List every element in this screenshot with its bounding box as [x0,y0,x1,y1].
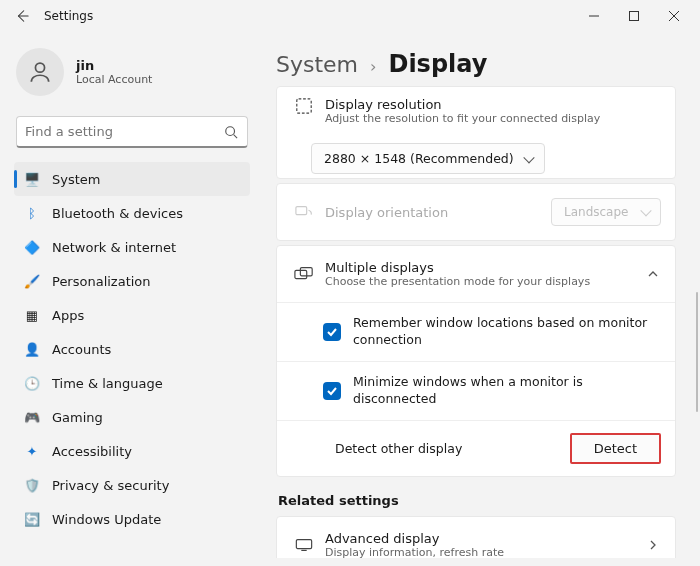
time-icon: 🕒 [24,375,40,391]
nav-bluetooth[interactable]: ᛒBluetooth & devices [14,196,250,230]
close-button[interactable] [654,0,694,32]
multiple-displays-title: Multiple displays [325,260,637,275]
back-button[interactable] [6,0,38,32]
multiple-displays-sub: Choose the presentation mode for your di… [325,275,637,288]
window-title: Settings [44,9,93,23]
resolution-sub: Adjust the resolution to fit your connec… [325,112,661,125]
nav-privacy[interactable]: 🛡️Privacy & security [14,468,250,502]
nav-label: Bluetooth & devices [52,206,183,221]
nav-label: Gaming [52,410,103,425]
orientation-title: Display orientation [325,205,551,220]
advanced-title: Advanced display [325,531,645,546]
svg-rect-11 [296,539,311,548]
profile-block[interactable]: jin Local Account [14,44,250,110]
nav-apps[interactable]: ▦Apps [14,298,250,332]
multiple-displays-card: Multiple displays Choose the presentatio… [276,245,676,477]
update-icon: 🔄 [24,511,40,527]
advanced-sub: Display information, refresh rate [325,546,645,559]
nav-system[interactable]: 🖥️System [14,162,250,196]
search-icon [223,124,239,140]
detect-label: Detect other display [335,441,570,456]
nav-accessibility[interactable]: ✦Accessibility [14,434,250,468]
nav-update[interactable]: 🔄Windows Update [14,502,250,536]
nav-label: Accounts [52,342,111,357]
svg-point-4 [35,63,44,72]
nav-label: Network & internet [52,240,176,255]
remember-checkbox[interactable] [323,323,341,341]
nav-label: System [52,172,100,187]
resolution-icon [291,97,317,115]
orientation-card: Display orientation Landscape [276,183,676,241]
accessibility-icon: ✦ [24,443,40,459]
search-input[interactable] [25,124,223,139]
breadcrumb-current: Display [388,50,487,78]
system-icon: 🖥️ [24,171,40,187]
remember-label: Remember window locations based on monit… [353,315,661,349]
minimize-button[interactable] [574,0,614,32]
nav-label: Apps [52,308,84,323]
nav-accounts[interactable]: 👤Accounts [14,332,250,366]
advanced-display-icon [291,538,317,552]
nav-network[interactable]: 🔷Network & internet [14,230,250,264]
svg-rect-1 [630,12,639,21]
nav-label: Personalization [52,274,151,289]
accounts-icon: 👤 [24,341,40,357]
search-box[interactable] [16,116,248,148]
resolution-title: Display resolution [325,97,661,112]
nav-gaming[interactable]: 🎮Gaming [14,400,250,434]
nav-label: Privacy & security [52,478,169,493]
svg-rect-7 [297,99,311,113]
svg-point-5 [226,126,235,135]
nav-label: Time & language [52,376,163,391]
network-icon: 🔷 [24,239,40,255]
gaming-icon: 🎮 [24,409,40,425]
chevron-right-icon [645,537,661,553]
orientation-select: Landscape [551,198,661,226]
chevron-up-icon [645,266,661,282]
detect-button[interactable]: Detect [570,433,661,464]
advanced-display-card[interactable]: Advanced display Display information, re… [276,516,676,559]
svg-line-6 [234,134,238,138]
orientation-icon [291,205,317,219]
nav-label: Windows Update [52,512,161,527]
nav-time[interactable]: 🕒Time & language [14,366,250,400]
minimize-checkbox[interactable] [323,382,341,400]
bluetooth-icon: ᛒ [24,205,40,221]
profile-name: jin [76,58,152,73]
chevron-right-icon: › [370,57,376,76]
multiple-displays-header[interactable]: Multiple displays Choose the presentatio… [277,246,675,302]
resolution-card: Display resolution Adjust the resolution… [276,86,676,179]
breadcrumb-parent[interactable]: System [276,52,358,77]
minimize-label: Minimize windows when a monitor is disco… [353,374,661,408]
scrollbar[interactable] [696,292,698,412]
personalization-icon: 🖌️ [24,273,40,289]
breadcrumb: System › Display [276,50,676,78]
nav-label: Accessibility [52,444,132,459]
avatar [16,48,64,96]
related-heading: Related settings [278,493,676,508]
svg-rect-8 [296,207,307,215]
privacy-icon: 🛡️ [24,477,40,493]
resolution-select[interactable]: 2880 × 1548 (Recommended) [311,143,545,174]
profile-type: Local Account [76,73,152,86]
apps-icon: ▦ [24,307,40,323]
maximize-button[interactable] [614,0,654,32]
nav-personalization[interactable]: 🖌️Personalization [14,264,250,298]
multiple-displays-icon [291,266,317,282]
